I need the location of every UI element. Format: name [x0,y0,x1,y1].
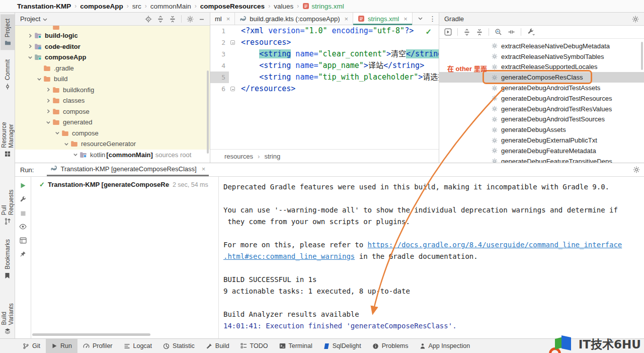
close-icon[interactable]: × [226,15,230,23]
tree-item[interactable] [15,26,210,30]
project-scrollbar[interactable] [207,70,209,154]
chevron-down-icon[interactable] [62,142,70,147]
editor-code-area[interactable]: 1<?xml version="1.0" encoding="utf-8"?>2… [210,25,439,149]
tree-item[interactable]: buildkonfig [15,85,210,96]
statusbar-item-app-inspection[interactable]: App Inspection [414,339,476,353]
close-icon[interactable]: × [404,15,408,23]
collapse-all-icon[interactable] [169,16,176,23]
gradle-task[interactable]: generateDebugFeatureMetadata [439,146,644,156]
tree-item[interactable]: code-editor [15,41,210,52]
code-line[interactable]: 5 <string name="tip_with_placeholder">请选… [210,72,439,83]
pin-icon[interactable] [20,251,26,257]
tree-item[interactable]: build-logic [15,30,210,41]
editor-breadcrumb-item[interactable]: string [264,153,280,160]
sidebar-item-commit[interactable]: Commit [1,55,15,94]
breadcrumb-item[interactable]: composeApp [80,3,123,10]
tree-item[interactable]: compose [15,106,210,117]
tree-item[interactable]: build [15,74,210,85]
run-tab[interactable]: Transtation-KMP [generateComposeResClass… [47,163,209,176]
gradle-task[interactable]: generateDebugAndroidTestSources [439,114,644,125]
editor-tab-ml[interactable]: ml× [210,13,235,25]
gradle-search-icon[interactable] [495,28,502,36]
console-layout-icon[interactable] [20,237,27,244]
statusbar-item-run[interactable]: Run [46,339,77,353]
chevron-down-icon[interactable] [26,55,34,60]
editor-breadcrumb-item[interactable]: resources [224,153,253,160]
statusbar-item-terminal[interactable]: Terminal [274,339,318,353]
gradle-task[interactable]: generateDebugAndroidTestResValues [439,104,644,114]
stop-icon[interactable] [20,210,26,217]
close-icon[interactable]: × [345,15,349,23]
locate-file-icon[interactable] [145,16,152,23]
statusbar-item-problems[interactable]: Problems [367,339,414,353]
tree-item[interactable]: composeApp [15,52,210,63]
run-task-node[interactable]: ✓ Transtation-KMP [generateComposeRes( 2… [31,177,218,188]
gradle-task[interactable]: generateDebugAndroidTestAssets [439,83,644,93]
chevron-down-icon[interactable] [71,152,79,157]
rerun-icon[interactable] [20,182,26,189]
gradle-task[interactable]: generateDebugExternalPublicTxt [439,135,644,146]
close-icon[interactable]: × [202,165,206,173]
gradle-task[interactable]: generateDebugAndroidTestResources [439,93,644,104]
statusbar-item-build[interactable]: Build [200,339,235,353]
statusbar-item-logcat[interactable]: Logcat [118,339,158,353]
filter-view-icon[interactable] [19,224,27,230]
code-line[interactable]: 2<resources> [210,37,439,48]
tree-item[interactable]: .gradle [15,63,210,74]
gradle-task[interactable]: generateDebugAssets [439,124,644,135]
gradle-settings-icon[interactable] [527,28,535,36]
breadcrumb-item[interactable]: composeResources [200,3,265,10]
collapse-all-icon[interactable] [476,29,483,36]
fold-marker-icon[interactable] [229,37,236,48]
sidebar-item-resource-manager[interactable]: Resource Manager [1,100,15,162]
sidebar-item-build-variants[interactable]: Build Variants [1,290,15,338]
breadcrumb-item[interactable]: strings.xml [302,3,344,10]
tree-item[interactable]: resourceGenerator [15,138,210,150]
breadcrumb-item[interactable]: src [132,3,141,10]
kebab-menu-icon[interactable]: ⋮ [429,15,436,23]
gradle-task[interactable]: extractReleaseNativeDebugMetadata [439,41,644,51]
chevron-down-icon[interactable] [53,130,61,135]
tree-item[interactable]: classes [15,95,210,106]
gradle-scrollbar[interactable] [641,42,643,70]
statusbar-item-todo[interactable]: TODO [235,339,274,353]
breadcrumb-item[interactable]: commonMain [150,3,191,10]
fold-marker-icon[interactable] [229,83,236,95]
chevron-down-icon[interactable] [35,77,43,82]
run-console[interactable]: Deprecated Gradle features were used in … [222,177,644,338]
run-settings-icon[interactable] [19,196,27,203]
breadcrumb-item[interactable]: Transtation-KMP [17,3,71,10]
offline-mode-icon[interactable] [508,28,515,36]
tree-item[interactable]: kotlin [commonMain]sources root [15,150,210,161]
horizontal-scrollbar[interactable] [32,333,150,336]
gradle-task[interactable]: extractReleaseNativeSymbolTables [439,51,644,62]
statusbar-item-statistic[interactable]: Statistic [157,339,200,353]
tree-item[interactable]: generated [15,117,210,128]
gradle-task[interactable]: generateDebugFeatureTransitiveDeps [439,156,644,163]
minimize-icon[interactable] [199,16,205,22]
chevron-right-icon[interactable] [26,33,34,38]
expand-all-icon[interactable] [157,16,164,23]
chevron-down-icon[interactable] [43,15,47,23]
expand-all-icon[interactable] [463,29,470,36]
editor-tab-strings-xml[interactable]: strings.xml× [353,13,413,25]
tree-item[interactable]: compose [15,128,210,139]
editor-tab-build-gradle-kts-composeapp-[interactable]: build.gradle.kts (:composeApp)× [235,13,353,25]
code-line[interactable]: 3 <string name="clear_content">清空</strin… [210,48,439,60]
chevron-down-icon[interactable] [44,120,52,125]
statusbar-item-profiler[interactable]: Profiler [77,339,118,353]
gear-icon[interactable] [633,166,640,173]
gear-icon[interactable] [632,16,639,23]
run-task-icon[interactable] [444,28,452,36]
chevron-right-icon[interactable] [44,87,52,92]
chevron-right-icon[interactable] [44,109,52,114]
breadcrumb-item[interactable]: values [274,3,293,10]
statusbar-item-git[interactable]: Git [17,339,46,353]
code-line[interactable]: 6</resources> [210,83,439,95]
console-link[interactable]: .html#sec:command_line_warnings [223,252,355,260]
sidebar-item-pull-requests[interactable]: Pull Requests [1,179,15,229]
code-line[interactable]: 4 <string name="app_name">译站</string> [210,60,439,72]
code-line[interactable]: 1<?xml version="1.0" encoding="utf-8"?> [210,25,439,37]
sidebar-item-project[interactable]: Project [1,14,15,50]
chevron-right-icon[interactable] [44,98,52,103]
